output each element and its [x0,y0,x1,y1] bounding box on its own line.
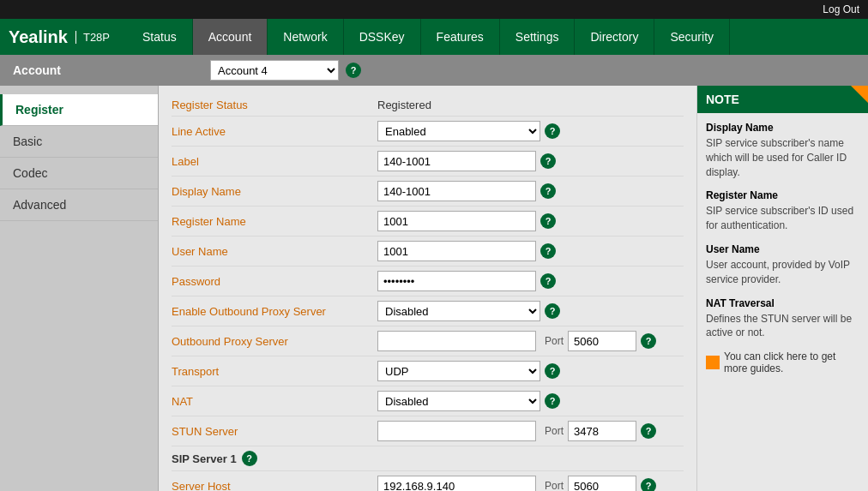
note-panel: NOTE Display NameSIP service subscriber'… [696,86,868,491]
form-row: Register StatusRegistered [172,94,684,117]
form-row: Server HostPort? [172,471,684,491]
note-section: Register NameSIP service subscriber's ID… [706,189,859,233]
field-help-icon[interactable]: ? [540,213,556,229]
form-field-value: EnabledDisabled? [377,121,684,141]
note-section-text: SIP service subscriber's name which will… [706,136,859,179]
form-row: Register Name? [172,207,684,237]
form-field-value: Port? [377,421,684,441]
field-help-icon[interactable]: ? [540,243,556,259]
note-section-title: NAT Traversal [706,297,859,309]
port-label: Port [545,335,564,347]
sidebar-item-advanced[interactable]: Advanced [0,189,158,221]
sidebar: RegisterBasicCodecAdvanced [0,86,159,491]
form-row: Password? [172,266,684,296]
logout-button[interactable]: Log Out [823,3,859,15]
password-input[interactable] [377,271,536,291]
field-help-icon[interactable]: ? [540,273,556,289]
note-section: User NameUser account, provided by VoIP … [706,243,859,287]
form-row: NATEnabledDisabled? [172,386,684,416]
form-field-value: Registered [377,99,684,111]
field-help-icon[interactable]: ? [540,153,556,169]
note-link-text: You can click here to get more guides. [724,350,859,374]
form-row: Enable Outbound Proxy ServerEnabledDisab… [172,296,684,326]
port-input[interactable] [568,331,636,351]
port-input[interactable] [568,476,636,491]
note-content: Display NameSIP service subscriber's nam… [697,113,868,383]
form-field-label: Password [172,275,377,288]
form-row: Label? [172,147,684,177]
top-bar: Log Out [0,0,868,19]
form-select-line-active[interactable]: EnabledDisabled [377,121,540,141]
nav-tab-directory[interactable]: Directory [575,19,654,55]
field-help-icon[interactable]: ? [545,393,560,409]
nav-tab-network[interactable]: Network [268,19,343,55]
nav-tab-features[interactable]: Features [421,19,500,55]
form-field-label: User Name [172,245,377,258]
field-help-icon[interactable]: ? [641,478,656,491]
form-field-label: Server Host [172,480,377,492]
content-inner: Register StatusRegisteredLine ActiveEnab… [159,86,696,491]
note-link[interactable]: You can click here to get more guides. [706,350,859,374]
form-input-user-name[interactable] [377,241,536,261]
note-section-title: User Name [706,243,859,255]
form-row: Line ActiveEnabledDisabled? [172,117,684,147]
form-row: STUN ServerPort? [172,416,684,446]
port-input[interactable] [568,421,636,441]
sip-server-label: SIP Server 1? [172,451,377,466]
form-field-value: EnabledDisabled? [377,301,684,321]
note-section-title: Register Name [706,189,859,201]
field-help-icon[interactable]: ? [545,363,560,379]
note-section-text: Defines the STUN server will be active o… [706,312,859,341]
form-input-register-name[interactable] [377,211,536,231]
form-input-host[interactable] [377,331,536,351]
sip-server-help-icon[interactable]: ? [242,451,257,466]
field-help-icon[interactable]: ? [545,123,560,139]
form-field-label: Register Name [172,215,377,228]
field-help-icon[interactable]: ? [641,423,656,439]
form-field-label: NAT [172,395,377,408]
account-help-icon[interactable]: ? [346,63,361,78]
form-field-label: Register Status [172,99,377,111]
form-field-value: ? [377,151,684,171]
nav-tab-dsskey[interactable]: DSSKey [344,19,421,55]
form-field-value: ? [377,181,684,201]
field-help-icon[interactable]: ? [641,333,656,349]
form-field-label: Label [172,155,377,168]
account-select[interactable]: Account 1Account 2Account 3Account 4Acco… [210,60,339,81]
register-status: Registered [377,99,431,111]
port-label: Port [545,425,564,437]
form-input-label[interactable] [377,151,536,171]
form-row: SIP Server 1? [172,446,684,471]
note-header: NOTE [697,86,868,113]
form-select-nat[interactable]: EnabledDisabled [377,391,540,411]
form-field-value: ? [377,241,684,261]
sidebar-item-basic[interactable]: Basic [0,126,158,158]
sidebar-item-codec[interactable]: Codec [0,158,158,189]
note-section-text: SIP service subscriber's ID used for aut… [706,204,859,233]
form-field-label: Line Active [172,125,377,138]
form-input-display-name[interactable] [377,181,536,201]
account-bar: Account Account 1Account 2Account 3Accou… [0,55,868,86]
form-input-host[interactable] [377,421,536,441]
form-field-value: ? [377,211,684,231]
form-field-label: Outbound Proxy Server [172,335,377,348]
note-link-icon [706,356,720,369]
sidebar-item-register[interactable]: Register [0,94,158,126]
header: Yealink T28P StatusAccountNetworkDSSKeyF… [0,19,868,55]
nav-tab-status[interactable]: Status [127,19,193,55]
form-input-host[interactable] [377,476,536,491]
main-layout: RegisterBasicCodecAdvanced Register Stat… [0,86,868,491]
logo-name: Yealink [9,27,68,47]
form-select-transport[interactable]: UDPTCPTLSDNS-NAPTR [377,361,540,381]
account-select-wrap: Account 1Account 2Account 3Account 4Acco… [210,60,361,81]
field-help-icon[interactable]: ? [540,183,556,199]
logo: Yealink T28P [9,27,110,47]
form-field-label: Transport [172,365,377,378]
field-help-icon[interactable]: ? [545,303,560,319]
form-field-value: ? [377,271,684,291]
nav-tab-account[interactable]: Account [193,19,268,55]
note-section: NAT TraversalDefines the STUN server wil… [706,297,859,341]
nav-tab-settings[interactable]: Settings [500,19,576,55]
nav-tab-security[interactable]: Security [654,19,730,55]
form-select-enable-outbound-proxy-server[interactable]: EnabledDisabled [377,301,540,321]
